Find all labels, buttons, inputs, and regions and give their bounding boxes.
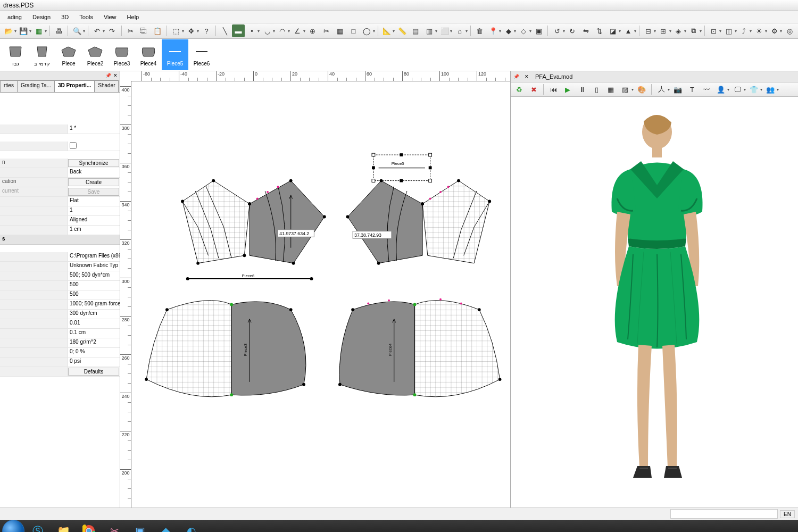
dropdown-icon[interactable]: ▾ <box>735 29 737 34</box>
dropdown-icon[interactable]: ▾ <box>727 87 729 92</box>
dropdown-icon[interactable]: ▾ <box>700 29 702 34</box>
prop-size-value[interactable]: 1 * <box>68 124 120 134</box>
house-icon[interactable]: ⌂ <box>453 24 466 37</box>
target-icon[interactable]: ◎ <box>783 24 796 37</box>
dropdown-icon[interactable]: ▾ <box>669 29 671 34</box>
dropdown-icon[interactable]: ▾ <box>466 29 468 34</box>
grade-icon[interactable]: ⊡ <box>708 24 720 37</box>
piece-item-6[interactable]: Piece5 <box>162 39 188 70</box>
rotate-ccw-icon[interactable]: ↺ <box>551 24 563 37</box>
paste-icon[interactable]: 📋 <box>152 24 164 37</box>
close-icon[interactable]: ✕ <box>112 72 119 79</box>
pin-icon[interactable]: 📍 <box>487 24 500 37</box>
prop-back[interactable]: Back <box>68 168 120 177</box>
tool-b-icon[interactable]: ◇ <box>517 24 530 37</box>
piece-item-3[interactable]: Piece2 <box>82 39 109 70</box>
prop-path[interactable]: C:\Program Files (x86 <box>68 252 120 261</box>
taskbar-skype-icon[interactable]: Ⓢ <box>26 522 50 532</box>
play-icon[interactable]: ▶ <box>561 83 574 96</box>
prop-aligned[interactable]: Aligned <box>68 216 120 225</box>
notch-icon[interactable]: ⊞ <box>657 24 670 37</box>
open-icon[interactable]: 📂 <box>2 24 15 37</box>
dropdown-icon[interactable]: ▾ <box>668 87 670 92</box>
dropdown-icon[interactable]: ▾ <box>744 87 746 92</box>
prop-v7[interactable]: 0.1 cm <box>68 329 120 338</box>
prop-v1[interactable]: 500; 500 dyn*cm <box>68 271 120 280</box>
align-icon[interactable]: ▤ <box>410 24 422 37</box>
dropdown-icon[interactable]: ▾ <box>450 29 452 34</box>
dropdown-icon[interactable]: ▾ <box>373 29 375 34</box>
dropdown-icon[interactable]: ▾ <box>257 29 260 34</box>
avatar-icon[interactable]: 人 <box>655 83 668 96</box>
prop-v5[interactable]: 300 dyn/cm <box>68 310 120 319</box>
rect-tool-icon[interactable]: ▬ <box>232 24 245 37</box>
redo-icon[interactable]: ↷ <box>106 24 119 37</box>
view-front-icon[interactable]: ▯ <box>590 83 603 96</box>
menu-help[interactable]: Help <box>122 12 145 22</box>
copy-icon[interactable]: ⿻ <box>138 24 151 37</box>
piece-item-4[interactable]: Piece3 <box>109 39 135 70</box>
settings-icon[interactable]: ⚙ <box>768 24 781 37</box>
dropdown-icon[interactable]: ▾ <box>103 29 105 34</box>
dropdown-icon[interactable]: ▾ <box>529 29 531 34</box>
pin-icon[interactable]: 📌 <box>511 74 521 79</box>
synchronize-button[interactable]: Synchronize <box>68 159 119 167</box>
curve-tool-icon[interactable]: ◡ <box>261 24 273 37</box>
prop-v10[interactable]: 0 psi <box>68 358 120 367</box>
move-icon[interactable]: ✥ <box>185 24 198 37</box>
prop-v6[interactable]: 0.01 <box>68 319 120 328</box>
dropdown-icon[interactable]: ▾ <box>619 29 621 34</box>
mirror-icon[interactable]: ◪ <box>607 24 620 37</box>
stop-icon[interactable]: ✖ <box>527 83 540 96</box>
start-button[interactable] <box>2 520 24 532</box>
pause-icon[interactable]: ⏸ <box>576 83 588 96</box>
menu-3d[interactable]: 3D <box>56 12 74 22</box>
dropdown-icon[interactable]: ▾ <box>780 29 782 34</box>
scissors-icon[interactable]: ✂ <box>320 24 333 37</box>
people-icon[interactable]: 👥 <box>764 83 777 96</box>
dropdown-icon[interactable]: ▾ <box>182 29 184 34</box>
flip-v-icon[interactable]: ⇅ <box>593 24 606 37</box>
delete-icon[interactable]: 🗑 <box>473 24 486 37</box>
menu-tools[interactable]: Tools <box>74 12 98 22</box>
help-icon[interactable]: ? <box>200 24 213 37</box>
excel-icon[interactable]: ▦ <box>32 24 45 37</box>
sun-icon[interactable]: ☀ <box>753 24 766 37</box>
dropdown-icon[interactable]: ▾ <box>750 29 752 34</box>
frame-prev-icon[interactable]: ⏮ <box>547 83 560 96</box>
export-icon[interactable]: ⤴ <box>738 24 751 37</box>
pin-icon[interactable]: 📌 <box>105 72 111 79</box>
nest-icon[interactable]: ◫ <box>722 24 735 37</box>
dropdown-icon[interactable]: ▾ <box>514 29 516 34</box>
circle-tool-icon[interactable]: ◯ <box>361 24 373 37</box>
dropdown-icon[interactable]: ▾ <box>765 29 767 34</box>
dropdown-icon[interactable]: ▾ <box>435 29 437 34</box>
piece-item-0[interactable]: גבו <box>2 39 29 70</box>
taskbar-optitex-icon[interactable]: ◐ <box>179 522 203 532</box>
dropdown-icon[interactable]: ▾ <box>760 87 762 92</box>
dropdown-icon[interactable]: ▾ <box>288 29 290 34</box>
grid-icon[interactable]: ▦ <box>334 24 346 37</box>
taskbar-explorer-icon[interactable]: 📁 <box>51 522 76 532</box>
close-icon[interactable]: ✕ <box>521 74 532 79</box>
select-icon[interactable]: ⬚ <box>170 24 182 37</box>
prop-v3[interactable]: 500 <box>68 290 120 300</box>
user-icon[interactable]: 👤 <box>714 83 727 96</box>
piece-item-7[interactable]: Piece6 <box>188 39 215 70</box>
dropdown-icon[interactable]: ▾ <box>499 29 501 34</box>
taskbar-teamviewer-icon[interactable]: ◆ <box>153 522 178 532</box>
defaults-button[interactable]: Defaults <box>68 368 119 376</box>
monitor-icon[interactable]: 🖵 <box>731 83 744 96</box>
prop-onecm[interactable]: 1 cm <box>68 226 120 235</box>
taskbar-scissors-icon[interactable]: ✂ <box>102 522 127 532</box>
dropdown-icon[interactable]: ▾ <box>14 29 16 34</box>
save-icon[interactable]: 💾 <box>18 24 30 37</box>
tab-3d-properties[interactable]: 3D Properti... <box>54 80 95 92</box>
compass-icon[interactable]: ⊕ <box>306 24 319 37</box>
recycle-icon[interactable]: ♻ <box>513 83 526 96</box>
prop-flat[interactable]: Flat <box>68 197 120 206</box>
piece-item-1[interactable]: קדמי ב <box>29 39 55 70</box>
flip-h-icon[interactable]: ⇋ <box>580 24 593 37</box>
prop-v9[interactable]: 0; 0 % <box>68 348 120 357</box>
dropdown-icon[interactable]: ▾ <box>634 29 636 34</box>
